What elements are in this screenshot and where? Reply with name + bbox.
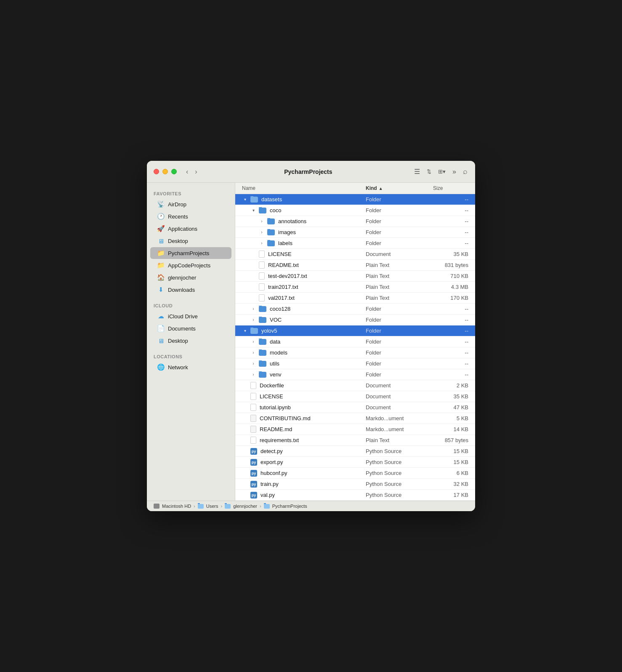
table-row[interactable]: ›dataFolder--	[235, 336, 475, 347]
expand-arrow-icon[interactable]: ›	[259, 219, 265, 224]
table-row[interactable]: LICENSEDocument35 KB	[235, 249, 475, 260]
file-kind: Plain Text	[366, 437, 433, 443]
expand-arrow-icon[interactable]: ▾	[250, 208, 256, 213]
expand-arrow-icon[interactable]: ›	[250, 361, 256, 367]
maximize-button[interactable]	[171, 169, 177, 174]
file-size: 2 KB	[433, 382, 475, 389]
table-row[interactable]: ›imagesFolder--	[235, 227, 475, 238]
file-kind: Plain Text	[366, 273, 433, 279]
sidebar-item-documents[interactable]: 📄 Documents	[150, 323, 231, 334]
sidebar-item-applications[interactable]: 🚀 Applications	[150, 223, 231, 235]
file-size: --	[433, 218, 475, 224]
sidebar-item-label: Applications	[168, 226, 197, 232]
document-icon	[259, 272, 265, 280]
table-row[interactable]: ›coco128Folder--	[235, 304, 475, 315]
sidebar-item-desktop-icloud[interactable]: 🖥 Desktop	[150, 335, 231, 347]
table-row[interactable]: DockerfileDocument2 KB	[235, 380, 475, 391]
forward-button[interactable]: ›	[192, 167, 199, 176]
sidebar-item-airdrop[interactable]: 📡 AirDrop	[150, 198, 231, 210]
expand-arrow-icon[interactable]: ▾	[242, 197, 248, 203]
sidebar-item-recents[interactable]: 🕐 Recents	[150, 211, 231, 222]
sort-icon[interactable]: ⇅	[426, 168, 432, 176]
nav-buttons: ‹ ›	[183, 167, 200, 176]
table-row[interactable]: pytrain.pyPython Source32 KB	[235, 479, 475, 490]
file-name: utils	[270, 360, 279, 367]
kind-column-header[interactable]: Kind ▲	[366, 185, 433, 191]
file-name: yolov5	[261, 328, 277, 334]
name-column-header[interactable]: Name	[235, 185, 366, 191]
desktop-icon: 🖥	[157, 237, 165, 245]
file-size: --	[433, 306, 475, 312]
table-row[interactable]: CONTRIBUTING.mdMarkdo...ument5 KB	[235, 413, 475, 424]
python-icon: py	[250, 459, 257, 466]
table-row[interactable]: ›labelsFolder--	[235, 238, 475, 249]
breadcrumb-user[interactable]: glennjocher	[233, 504, 257, 509]
expand-arrow-icon[interactable]: ›	[250, 339, 256, 345]
table-row[interactable]: ▾datasetsFolder--	[235, 194, 475, 205]
file-size: 4.3 MB	[433, 284, 475, 290]
table-row[interactable]: ›utilsFolder--	[235, 358, 475, 369]
home-icon: 🏠	[157, 274, 165, 281]
expand-arrow-icon[interactable]: ›	[250, 317, 256, 323]
expand-arrow-icon[interactable]: ›	[250, 350, 256, 356]
file-kind: Markdo...ument	[366, 426, 433, 432]
table-row[interactable]: tutorial.ipynbDocument47 KB	[235, 402, 475, 413]
table-row[interactable]: pydetect.pyPython Source15 KB	[235, 446, 475, 457]
size-column-header[interactable]: Size	[433, 185, 475, 191]
grid-view-icon[interactable]: ⊞▾	[437, 168, 447, 176]
table-row[interactable]: ›annotationsFolder--	[235, 216, 475, 227]
table-row[interactable]: ▾yolov5Folder--	[235, 325, 475, 336]
file-kind: Document	[366, 393, 433, 400]
table-row[interactable]: ›modelsFolder--	[235, 347, 475, 358]
folder-icon	[259, 317, 266, 323]
table-row[interactable]: val2017.txtPlain Text170 KB	[235, 293, 475, 304]
table-row[interactable]: LICENSEDocument35 KB	[235, 391, 475, 402]
back-button[interactable]: ‹	[183, 167, 191, 176]
sidebar-item-appcodeprojects[interactable]: 📁 AppCodeProjects	[150, 259, 231, 271]
table-row[interactable]: ▾cocoFolder--	[235, 205, 475, 216]
sidebar-item-downloads[interactable]: ⬇ Downloads	[150, 284, 231, 296]
table-row[interactable]: ›VOCFolder--	[235, 315, 475, 325]
sidebar-item-pycharmprojects[interactable]: 📁 PycharmProjects	[150, 247, 231, 259]
expand-arrow-icon[interactable]: ›	[250, 306, 256, 312]
file-size: --	[433, 240, 475, 246]
sidebar-item-label: Downloads	[168, 287, 195, 293]
table-row[interactable]: requirements.txtPlain Text857 bytes	[235, 435, 475, 446]
expand-arrow-icon[interactable]: ›	[259, 229, 265, 235]
file-kind: Document	[366, 251, 433, 257]
search-icon[interactable]: ⌕	[462, 166, 468, 177]
breadcrumb-users[interactable]: Users	[206, 504, 218, 509]
file-kind: Python Source	[366, 470, 433, 476]
table-row[interactable]: test-dev2017.txtPlain Text710 KB	[235, 271, 475, 282]
file-kind: Folder	[366, 360, 433, 367]
file-size: 17 KB	[433, 492, 475, 498]
minimize-button[interactable]	[162, 169, 168, 174]
sidebar-item-glennjocher[interactable]: 🏠 glennjocher	[150, 272, 231, 283]
close-button[interactable]	[154, 169, 159, 174]
sidebar-item-icloud-drive[interactable]: ☁ iCloud Drive	[150, 310, 231, 322]
expand-arrow-icon[interactable]: ▾	[242, 328, 248, 334]
table-row[interactable]: train2017.txtPlain Text4.3 MB	[235, 282, 475, 293]
sidebar-item-network[interactable]: 🌐 Network	[150, 361, 231, 373]
table-row[interactable]: README.mdMarkdo...ument14 KB	[235, 424, 475, 435]
file-size: --	[433, 349, 475, 356]
sidebar: Favorites 📡 AirDrop 🕐 Recents 🚀 Applicat…	[147, 183, 235, 501]
desktop2-icon: 🖥	[157, 337, 165, 344]
table-row[interactable]: pyexport.pyPython Source15 KB	[235, 457, 475, 468]
more-icon[interactable]: »	[452, 167, 457, 176]
expand-arrow-icon[interactable]: ›	[250, 372, 256, 378]
file-name: train.py	[260, 481, 279, 487]
file-size: 32 KB	[433, 481, 475, 487]
list-view-icon[interactable]: ☰	[413, 167, 421, 176]
table-row[interactable]: pyhubconf.pyPython Source6 KB	[235, 468, 475, 479]
breadcrumb-pycharm[interactable]: PycharmProjects	[272, 504, 307, 509]
breadcrumb-hd[interactable]: Macintosh HD	[162, 504, 191, 509]
file-name: val2017.txt	[268, 295, 295, 301]
expand-arrow-icon[interactable]: ›	[259, 240, 265, 246]
file-size: --	[433, 360, 475, 367]
file-kind: Document	[366, 382, 433, 389]
sidebar-item-desktop[interactable]: 🖥 Desktop	[150, 235, 231, 247]
table-row[interactable]: README.txtPlain Text831 bytes	[235, 260, 475, 271]
table-row[interactable]: ›venvFolder--	[235, 369, 475, 380]
table-row[interactable]: pyval.pyPython Source17 KB	[235, 490, 475, 501]
